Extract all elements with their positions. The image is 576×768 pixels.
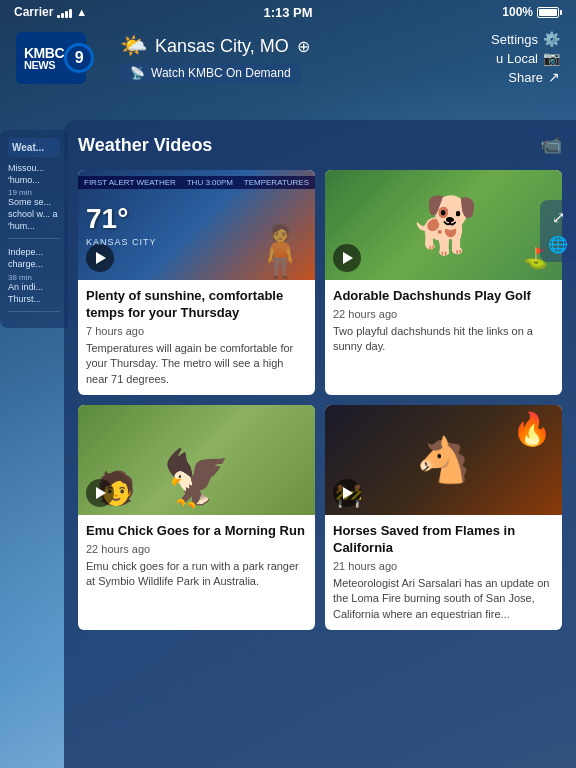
video-card-emu[interactable]: 🦅 🧑 Emu Chick Goes for a Morning Run 22 …	[78, 405, 315, 630]
settings-button[interactable]: Settings ⚙️	[491, 31, 560, 47]
video-info-dachshund: Adorable Dachshunds Play Golf 22 hours a…	[325, 280, 562, 363]
signal-bars	[57, 7, 72, 18]
play-triangle-3	[96, 487, 106, 499]
side-news-item-1[interactable]: Indepe... charge... 38 min An indi... Th…	[8, 247, 60, 312]
watch-demand-bar[interactable]: 📡 Watch KMBC On Demand	[120, 63, 301, 83]
video-grid: FIRST ALERT WEATHER THU 3:00PM TEMPERATU…	[78, 170, 562, 630]
emu-scene: 🦅 🧑	[78, 405, 315, 515]
video-title-emu: Emu Chick Goes for a Morning Run	[86, 523, 307, 540]
thumbnail-emu: 🦅 🧑	[78, 405, 315, 515]
video-card-sunshine[interactable]: FIRST ALERT WEATHER THU 3:00PM TEMPERATU…	[78, 170, 315, 395]
video-info-emu: Emu Chick Goes for a Morning Run 22 hour…	[78, 515, 315, 598]
battery-icon	[537, 7, 562, 18]
ulocal-label: u Local	[496, 51, 538, 66]
video-time-emu: 22 hours ago	[86, 543, 307, 555]
dachshund-scene: 🐕 ⛳	[325, 170, 562, 280]
signal-bar-4	[69, 9, 72, 18]
top-actions: Settings ⚙️ u Local 📷 Share ↗	[491, 31, 560, 85]
side-news-extra-1: An indi... Thurst...	[8, 282, 60, 305]
globe-icon[interactable]: 🌐	[546, 235, 570, 254]
play-button-dachshund[interactable]	[333, 244, 361, 272]
play-triangle-4	[343, 487, 353, 499]
video-title-dachshund: Adorable Dachshunds Play Golf	[333, 288, 554, 305]
video-title-sunshine: Plenty of sunshine, comfortable temps fo…	[86, 288, 307, 322]
play-button-sunshine[interactable]	[86, 244, 114, 272]
dachshund-figure: 🐕	[409, 193, 478, 258]
video-desc-emu: Emu chick goes for a run with a park ran…	[86, 559, 307, 590]
video-info-horses: Horses Saved from Flames in California 2…	[325, 515, 562, 630]
video-desc-sunshine: Temperatures will again be comfortable f…	[86, 341, 307, 387]
share-icon: ↗	[548, 69, 560, 85]
location-top[interactable]: 🌤️ Kansas City, MO ⊕	[120, 33, 310, 59]
status-time: 1:13 PM	[263, 5, 312, 20]
side-news-time-1: 38 min	[8, 273, 60, 282]
broadcast-icon: 📡	[130, 66, 145, 80]
side-tab-label: Weat...	[12, 142, 44, 153]
video-time-dachshund: 22 hours ago	[333, 308, 554, 320]
video-card-horses[interactable]: 🐴 🔥 🚧 Horses Saved from Flames in Califo…	[325, 405, 562, 630]
share-button[interactable]: Share ↗	[508, 69, 560, 85]
side-tab[interactable]: Weat...	[8, 138, 60, 157]
carrier-text: Carrier	[14, 5, 53, 19]
wifi-icon: ▲	[76, 6, 87, 18]
right-panel: ⤢ 🌐	[540, 200, 576, 262]
battery-percent: 100%	[502, 5, 533, 19]
play-button-horses[interactable]	[333, 479, 361, 507]
ulocal-button[interactable]: u Local 📷	[496, 50, 560, 66]
gear-icon: ⚙️	[543, 31, 560, 47]
side-news-item-0[interactable]: Missou... 'humo... 19 min Some se... sch…	[8, 163, 60, 239]
video-time-sunshine: 7 hours ago	[86, 325, 307, 337]
status-bar: Carrier ▲ 1:13 PM 100%	[0, 0, 576, 24]
expand-icon[interactable]: ⤢	[546, 208, 570, 227]
side-panel: Weat... Missou... 'humo... 19 min Some s…	[0, 130, 68, 328]
video-time-horses: 21 hours ago	[333, 560, 554, 572]
play-triangle-2	[343, 252, 353, 264]
panel-title: Weather Videos	[78, 135, 212, 156]
emu-figure: 🦅	[162, 446, 231, 511]
play-button-emu[interactable]	[86, 479, 114, 507]
settings-label: Settings	[491, 32, 538, 47]
video-desc-dachshund: Two playful dachshunds hit the links on …	[333, 324, 554, 355]
header: KMBC NEWS 9 🌤️ Kansas City, MO ⊕ 📡 Watch…	[0, 24, 576, 92]
presenter-figure: 🧍	[249, 222, 311, 280]
logo-number: 9	[64, 43, 94, 73]
fire-icon: 🔥	[512, 410, 552, 448]
kmbc-logo: KMBC NEWS 9	[16, 32, 86, 84]
side-news-title-1: Indepe... charge...	[8, 247, 60, 270]
video-desc-horses: Meteorologist Ari Sarsalari has an updat…	[333, 576, 554, 622]
video-info-sunshine: Plenty of sunshine, comfortable temps fo…	[78, 280, 315, 395]
panel-header: Weather Videos 📹	[78, 134, 562, 156]
location-area: 🌤️ Kansas City, MO ⊕ 📡 Watch KMBC On Dem…	[120, 33, 491, 83]
status-left: Carrier ▲	[14, 5, 87, 19]
location-text: Kansas City, MO	[155, 36, 289, 57]
signal-bar-2	[61, 13, 64, 18]
status-right: 100%	[502, 5, 562, 19]
side-news-extra-0: Some se... school w... a 'hum...	[8, 197, 60, 232]
video-title-horses: Horses Saved from Flames in California	[333, 523, 554, 557]
chevron-down-icon[interactable]: ⊕	[297, 37, 310, 56]
video-card-dachshund[interactable]: 🐕 ⛳ Adorable Dachshunds Play Golf 22 hou…	[325, 170, 562, 395]
fire-scene: 🐴 🔥 🚧	[325, 405, 562, 515]
side-news-title-0: Missou... 'humo...	[8, 163, 60, 186]
horse-figure: 🐴	[416, 434, 471, 486]
camera-icon: 📷	[543, 50, 560, 66]
thumbnail-horses: 🐴 🔥 🚧	[325, 405, 562, 515]
main-panel: Weather Videos 📹 FIRST ALERT WEATHER THU…	[64, 120, 576, 768]
side-news-time-0: 19 min	[8, 188, 60, 197]
video-camera-icon: 📹	[540, 134, 562, 156]
thumbnail-dachshund: 🐕 ⛳	[325, 170, 562, 280]
weather-sun-icon: 🌤️	[120, 33, 147, 59]
share-label: Share	[508, 70, 543, 85]
watch-demand-text: Watch KMBC On Demand	[151, 66, 291, 80]
thumbnail-sunshine: FIRST ALERT WEATHER THU 3:00PM TEMPERATU…	[78, 170, 315, 280]
signal-bar-1	[57, 15, 60, 18]
signal-bar-3	[65, 11, 68, 18]
logo-container[interactable]: KMBC NEWS 9	[16, 32, 86, 84]
play-triangle	[96, 252, 106, 264]
